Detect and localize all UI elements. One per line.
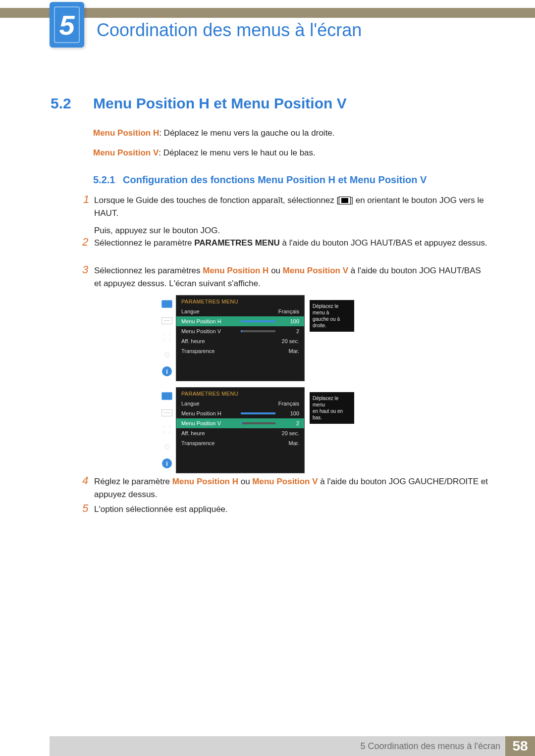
header-bar-right [79,8,535,18]
osd-v-val: 2 [275,328,299,334]
osd-v-label: Menu Position V [181,328,241,334]
footer-text: 5 Coordination des menus à l'écran [360,741,500,752]
monitor-icon [161,391,173,401]
step-3-h: Menu Position H [203,266,268,275]
osd-v-label: Menu Position V [181,420,241,426]
list-icon [161,316,173,326]
step-4-text-a: Réglez le paramètre [94,477,172,486]
step-number-1: 1 [83,193,89,206]
step-number-2: 2 [82,236,88,249]
step-1-text-a: Lorsque le Guide des touches de fonction… [94,196,339,205]
chapter-title: Coordination des menus à l'écran [97,20,362,41]
osd-h-val: 100 [275,318,299,324]
gear-icon: ⚙ [161,350,173,359]
definition-v: Menu Position V: Déplacez le menu vers l… [93,147,316,159]
gear-icon: ⚙ [161,442,173,452]
definition-h: Menu Position H: Déplacez le menu vers l… [93,127,335,140]
osd-langue-label: Langue [181,308,275,314]
osd-aff-val: 20 sec. [275,338,299,344]
page-number: 58 [505,736,535,756]
subsection-title: Configuration des fonctions Menu Positio… [123,174,427,186]
section-title: Menu Position H et Menu Position V [93,95,347,112]
tooltip-2-line-b: en haut ou en bas. [313,408,351,421]
step-number-5: 5 [82,502,88,515]
osd-tooltip-2: Déplacez le menu en haut ou en bas. [310,392,354,424]
step-text-2: Sélectionnez le paramètre PARAMETRES MEN… [94,237,488,250]
osd-row-aff: Aff. heure 20 sec. [176,336,304,346]
osd-header: PARAMETRES MENU [176,296,304,306]
definition-v-text: : Déplacez le menu vers le haut ou le ba… [159,148,316,157]
osd-row-aff: Aff. heure 20 sec. [176,428,304,438]
osd-row-langue: Langue Français [176,306,304,316]
osd-sidebar: ⛶ ⚙ i [160,391,174,468]
definition-h-label: Menu Position H [93,128,159,138]
osd-row-v: Menu Position V 2 [176,326,304,336]
osd-v-slider [241,422,275,424]
osd-langue-val: Français [275,308,299,314]
list-icon [161,408,173,418]
tooltip-1-line-b: gauche ou à droite. [313,316,351,329]
osd-row-v-selected: Menu Position V 2 [176,418,304,428]
step-4-h: Menu Position H [172,477,238,486]
tooltip-1-line-a: Déplacez le menu à [313,303,351,316]
step-3-text-a: Sélectionnez les paramètres [94,266,203,275]
osd-tooltip-1: Déplacez le menu à gauche ou à droite. [310,300,354,332]
subsection-number: 5.2.1 [93,174,115,186]
osd-v-val: 2 [275,420,299,426]
osd-row-h: Menu Position H 100 [176,408,304,418]
osd-v-slider [241,330,275,332]
expand-icon: ⛶ [161,333,173,343]
osd-langue-val: Français [275,401,299,406]
osd-row-trans: Transparence Mar. [176,438,304,448]
step-text-1: Lorsque le Guide des touches de fonction… [94,194,488,237]
step-3-v: Menu Position V [283,266,348,275]
section-number: 5.2 [51,95,71,112]
chapter-badge: 5 [50,2,84,48]
osd-h-slider [241,320,275,322]
osd-row-trans: Transparence Mar. [176,346,304,356]
osd-h-val: 100 [275,410,299,416]
step-number-4: 4 [82,474,88,487]
osd-aff-label: Aff. heure [181,430,275,436]
osd-h-label: Menu Position H [181,410,241,416]
osd-trans-val: Mar. [275,440,299,446]
osd-h-label: Menu Position H [181,318,241,324]
step-text-4: Réglez le paramètre Menu Position H ou M… [94,475,488,502]
step-4-v: Menu Position V [252,477,318,486]
osd-h-slider [241,412,275,414]
tooltip-2-line-a: Déplacez le menu [313,395,351,408]
header-bar-left [0,8,50,18]
info-icon: i [162,366,172,376]
step-text-5: L'option sélectionnée est appliquée. [94,503,488,516]
osd-trans-label: Transparence [181,348,275,354]
osd-aff-val: 20 sec. [275,430,299,436]
osd-trans-label: Transparence [181,440,275,446]
monitor-icon [161,299,173,309]
osd-langue-label: Langue [181,401,275,406]
definition-v-label: Menu Position V [93,148,159,157]
osd-screenshot-2: ⛶ ⚙ i PARAMETRES MENU Langue Français Me… [176,387,349,473]
expand-icon: ⛶ [161,425,173,435]
step-2-text-a: Sélectionnez le paramètre [94,238,194,248]
osd-trans-val: Mar. [275,348,299,354]
info-icon: i [162,458,172,468]
step-2-bold: PARAMETRES MENU [194,238,280,248]
osd-row-h-selected: Menu Position H 100 [176,316,304,326]
chapter-number: 5 [59,9,74,41]
definition-h-text: : Déplacez le menu vers la gauche ou la … [159,128,334,138]
osd-row-langue: Langue Français [176,399,304,408]
step-3-or: ou [268,266,282,275]
step-2-text-c: à l'aide du bouton JOG HAUT/BAS et appuy… [280,238,487,248]
osd-header: PARAMETRES MENU [176,388,304,399]
osd-screenshot-1: ⛶ ⚙ i PARAMETRES MENU Langue Français Me… [176,295,349,381]
osd-menu-panel: PARAMETRES MENU Langue Français Menu Pos… [176,295,305,381]
step-number-3: 3 [82,263,88,276]
osd-menu-panel: PARAMETRES MENU Langue Français Menu Pos… [176,387,305,473]
step-text-3: Sélectionnez les paramètres Menu Positio… [94,264,488,291]
step-1-text-c: Puis, appuyez sur le bouton JOG. [94,224,488,237]
osd-aff-label: Aff. heure [181,338,275,344]
step-4-or: ou [238,477,252,486]
osd-sidebar: ⛶ ⚙ i [160,299,174,376]
menu-icon [339,197,351,204]
